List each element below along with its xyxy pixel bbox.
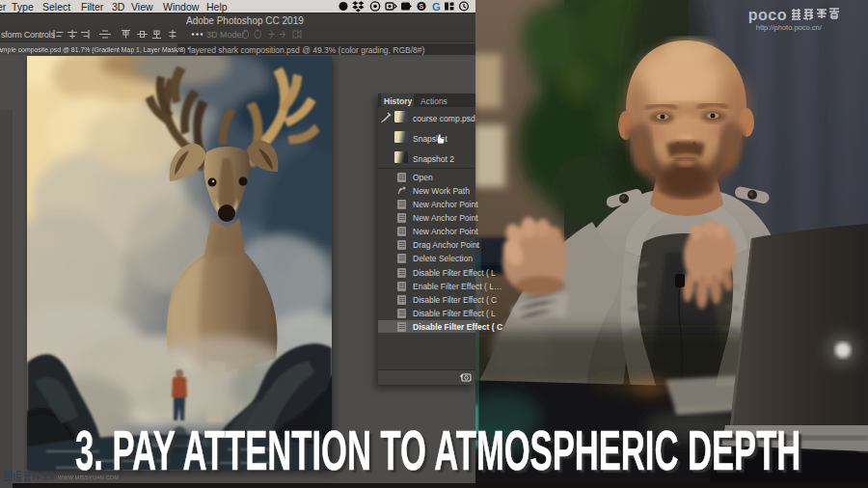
svg-text:S: S xyxy=(420,3,424,10)
svg-text:G: G xyxy=(432,1,441,13)
